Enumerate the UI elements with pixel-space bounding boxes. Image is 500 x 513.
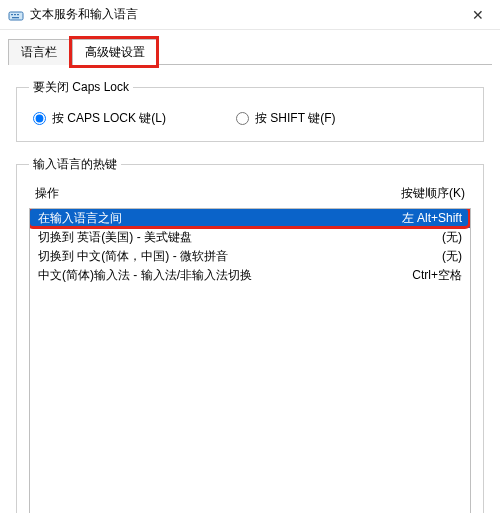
svg-rect-0 — [9, 12, 23, 20]
list-item-action: 切换到 中文(简体，中国) - 微软拼音 — [38, 248, 228, 265]
list-item[interactable]: 切换到 英语(美国) - 美式键盘 (无) — [30, 228, 470, 247]
window-title: 文本服务和输入语言 — [30, 6, 138, 23]
hotkey-legend: 输入语言的热键 — [29, 156, 121, 173]
close-icon: ✕ — [472, 7, 484, 23]
list-item-keys: Ctrl+空格 — [412, 267, 462, 284]
tab-label: 高级键设置 — [85, 45, 145, 59]
list-item[interactable]: 在输入语言之间 左 Alt+Shift — [30, 209, 470, 228]
keyboard-icon — [8, 7, 24, 23]
svg-rect-1 — [11, 14, 13, 15]
hotkey-group: 输入语言的热键 操作 按键顺序(K) 在输入语言之间 左 Alt+Shift 切… — [16, 156, 484, 513]
radio-capslock-input[interactable] — [33, 112, 46, 125]
tabs: 语言栏 高级键设置 — [0, 30, 500, 65]
tab-advanced-keys[interactable]: 高级键设置 — [72, 39, 158, 65]
list-item-keys: (无) — [442, 229, 462, 246]
hotkey-listbox[interactable]: 在输入语言之间 左 Alt+Shift 切换到 英语(美国) - 美式键盘 (无… — [29, 208, 471, 513]
radio-shift[interactable]: 按 SHIFT 键(F) — [236, 110, 335, 127]
tab-panel: 要关闭 Caps Lock 按 CAPS LOCK 键(L) 按 SHIFT 键… — [0, 65, 500, 513]
svg-rect-4 — [12, 17, 19, 18]
list-item-action: 在输入语言之间 — [38, 210, 122, 227]
list-item[interactable]: 切换到 中文(简体，中国) - 微软拼音 (无) — [30, 247, 470, 266]
list-item-keys: (无) — [442, 248, 462, 265]
list-item-action: 中文(简体)输入法 - 输入法/非输入法切换 — [38, 267, 252, 284]
svg-rect-2 — [14, 14, 16, 15]
radio-capslock[interactable]: 按 CAPS LOCK 键(L) — [33, 110, 166, 127]
titlebar: 文本服务和输入语言 ✕ — [0, 0, 500, 30]
list-item-keys: 左 Alt+Shift — [402, 210, 462, 227]
capslock-group: 要关闭 Caps Lock 按 CAPS LOCK 键(L) 按 SHIFT 键… — [16, 79, 484, 142]
svg-rect-3 — [17, 14, 19, 15]
header-action: 操作 — [35, 185, 59, 202]
tab-language-bar[interactable]: 语言栏 — [8, 39, 70, 65]
radio-capslock-label: 按 CAPS LOCK 键(L) — [52, 110, 166, 127]
list-item[interactable]: 中文(简体)输入法 - 输入法/非输入法切换 Ctrl+空格 — [30, 266, 470, 285]
header-keys: 按键顺序(K) — [401, 185, 465, 202]
capslock-legend: 要关闭 Caps Lock — [29, 79, 133, 96]
radio-shift-label: 按 SHIFT 键(F) — [255, 110, 335, 127]
list-item-action: 切换到 英语(美国) - 美式键盘 — [38, 229, 192, 246]
radio-shift-input[interactable] — [236, 112, 249, 125]
tab-label: 语言栏 — [21, 45, 57, 59]
close-button[interactable]: ✕ — [455, 0, 500, 30]
